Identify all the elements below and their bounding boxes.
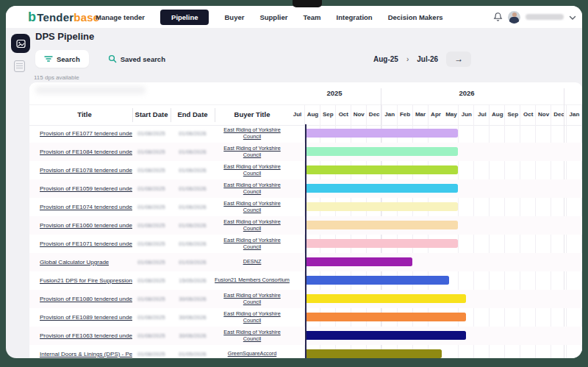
end-date-blurred: 01/03/2026 [171,253,215,271]
table-header-row: Title Start Date End Date Buyer Title Ju… [29,104,582,126]
buyer-link[interactable]: East Riding of Yorkshire Council [215,164,290,176]
left-sidebar [6,28,29,358]
buyer-link[interactable]: GreenSquareAccord [228,351,277,357]
next-period-button[interactable]: → [446,51,471,67]
month-label: Jun [462,111,472,118]
gantt-bar[interactable] [305,349,442,358]
title-link[interactable]: Fusion21 DPS for Fire Suppression S... [40,277,132,284]
buyer-link[interactable]: East Riding of Yorkshire Council [215,238,290,249]
tenderbase-logo[interactable]: bTenderbase [28,6,99,28]
nav-item-integration[interactable]: Integration [337,13,373,21]
end-date-blurred: 01/06/2026 [171,235,215,253]
buyer-link[interactable]: East Riding of Yorkshire Council [215,127,290,139]
table-row: Global Calculator Upgrade01/08/202501/03… [29,253,582,271]
title-link[interactable]: Provision of FE1074 tendered under ... [40,204,132,210]
nav-item-team[interactable]: Team [303,13,320,21]
title-link[interactable]: Global Calculator Upgrade [40,259,109,266]
gantt-lane [290,290,582,308]
title-cell: Provision of FE1089 tendered under... [40,308,132,327]
logo-text-dark: Tender [37,11,74,24]
title-cell: Provision of FE1071 tendered under ... [40,235,132,253]
date-to[interactable]: Jul-26 [417,55,438,63]
month-label: Apr [431,111,441,118]
title-link[interactable]: Internal Doors & Linings (DPS) - Per... [40,351,132,357]
dps-pipeline-card: 20252026 Title Start Date End Date Buyer… [29,82,582,358]
notification-bell-icon[interactable] [493,12,503,22]
start-date-blurred: 01/08/2025 [132,327,171,345]
saved-search-button[interactable]: Saved search [108,54,165,63]
filter-icon [44,55,53,63]
gantt-lane [290,161,582,179]
month-label: Mar [415,111,426,118]
buyer-link[interactable]: DESNZ [243,259,262,265]
end-date-blurred: 01/05/2026 [171,345,215,358]
nav-item-manage-tender[interactable]: Manage tender [96,13,145,21]
gantt-bar[interactable] [305,313,466,321]
end-date-blurred: 15/05/2026 [171,271,215,290]
buyer-link[interactable]: East Riding of Yorkshire Council [215,219,290,231]
chevron-down-icon[interactable] [569,10,576,24]
gantt-bar[interactable] [305,129,458,138]
start-date-blurred: 01/08/2025 [132,271,171,290]
end-date-blurred: 30/06/2026 [171,308,215,327]
table-row: Provision of FE1078 tendered under ...01… [29,161,582,179]
buyer-link[interactable]: East Riding of Yorkshire Council [215,293,290,304]
table-row: Provision of FE1084 tendered under...01/… [29,143,582,161]
sidebar-list-icon[interactable] [14,60,25,72]
month-label: Nov [538,111,549,118]
sidebar-pipeline-button[interactable] [11,34,30,53]
buyer-link[interactable]: Fusion21 Members Consortium [215,277,290,283]
gantt-bar[interactable] [305,221,458,229]
buyer-cell: East Riding of Yorkshire Council [215,198,290,216]
range-chevron-icon: › [406,55,409,63]
buyer-link[interactable]: East Riding of Yorkshire Council [215,182,290,194]
table-row: Provision of FE1071 tendered under ...01… [29,235,582,253]
gantt-bar[interactable] [305,184,458,193]
nav-item-supplier[interactable]: Supplier [259,13,287,21]
title-link[interactable]: Provision of FE1059 tendered under ... [40,185,132,192]
nav-item-buyer[interactable]: Buyer [224,13,244,21]
gantt-bar[interactable] [305,257,412,266]
table-row: Provision of FE1089 tendered under...01/… [29,308,582,327]
title-link[interactable]: Provision of FE1071 tendered under ... [40,240,132,247]
search-button[interactable]: Search [35,50,89,68]
buyer-link[interactable]: East Riding of Yorkshire Council [215,201,290,213]
buyer-cell: East Riding of Yorkshire Council [215,290,290,308]
col-header-start-date: Start Date [135,110,168,118]
title-link[interactable]: Provision of FE1060 tendered under... [40,222,132,229]
gantt-lane [290,198,582,216]
start-date-blurred: 01/08/2025 [132,345,171,358]
month-label: Oct [339,111,348,118]
user-avatar[interactable] [508,11,520,24]
title-link[interactable]: Provision of FE1078 tendered under ... [40,167,132,174]
gantt-bar[interactable] [305,239,458,248]
gantt-bar[interactable] [305,165,458,174]
buyer-link[interactable]: East Riding of Yorkshire Council [215,146,290,157]
table-row: Provision of FE1060 tendered under...01/… [29,216,582,235]
gantt-bar[interactable] [305,147,458,156]
buyer-cell: East Riding of Yorkshire Council [215,179,290,198]
gantt-bar[interactable] [305,276,449,285]
buyer-link[interactable]: East Riding of Yorkshire Council [215,329,290,341]
gantt-lane [290,327,582,345]
title-link[interactable]: Provision of FE1080 tendered under... [40,296,132,302]
title-link[interactable]: Provision of FE1063 tendered under ... [40,332,132,339]
month-label: May [445,111,457,118]
gantt-lane [290,345,582,358]
title-cell: Internal Doors & Linings (DPS) - Per... [40,345,132,358]
nav-item-pipeline[interactable]: Pipeline [160,10,209,25]
gantt-bar[interactable] [305,294,466,303]
date-from[interactable]: Aug-25 [373,55,398,63]
gantt-bar[interactable] [305,202,458,211]
buyer-link[interactable]: East Riding of Yorkshire Council [215,311,290,323]
start-date-blurred: 01/08/2025 [132,124,171,143]
end-date-blurred: 01/06/2026 [171,179,215,198]
gantt-lane [290,253,582,271]
title-cell: Provision of FE1084 tendered under... [40,143,132,161]
title-link[interactable]: Provision of FE1089 tendered under... [40,314,132,321]
start-date-blurred: 01/08/2025 [132,179,171,198]
gantt-bar[interactable] [305,331,466,340]
nav-item-decision-makers[interactable]: Decision Makers [388,13,443,21]
title-link[interactable]: Provision of FE1077 tendered under ... [40,130,132,137]
title-link[interactable]: Provision of FE1084 tendered under... [40,149,132,155]
